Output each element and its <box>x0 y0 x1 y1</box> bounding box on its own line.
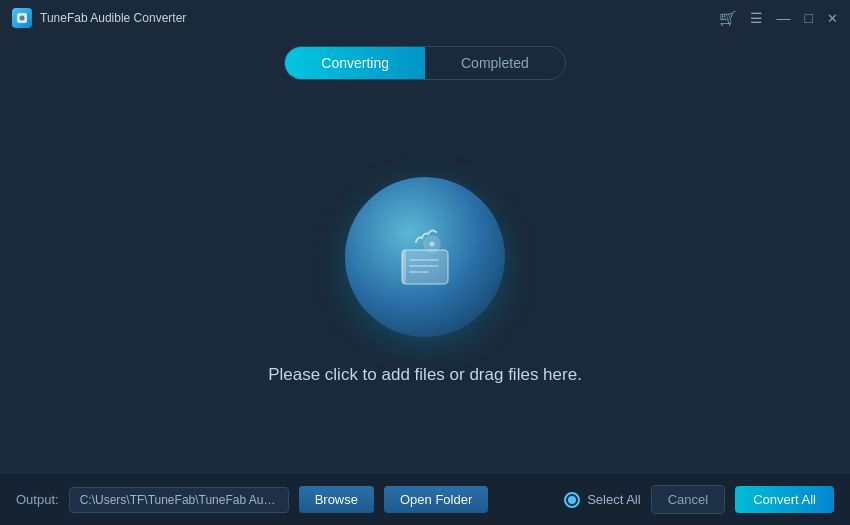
select-all-label: Select All <box>587 492 640 507</box>
title-bar-left: TuneFab Audible Converter <box>12 8 186 28</box>
tab-completed[interactable]: Completed <box>425 47 565 79</box>
close-button[interactable]: ✕ <box>827 12 838 25</box>
add-files-circle[interactable] <box>345 177 505 337</box>
svg-point-1 <box>20 16 25 21</box>
svg-rect-4 <box>402 250 406 284</box>
tab-container: Converting Completed <box>284 46 565 80</box>
app-title: TuneFab Audible Converter <box>40 11 186 25</box>
svg-rect-2 <box>402 250 448 284</box>
output-path: C:\Users\TF\TuneFab\TuneFab Audible Conv <box>69 487 289 513</box>
cart-icon[interactable]: 🛒 <box>719 11 736 25</box>
select-all-area[interactable]: Select All <box>564 492 640 508</box>
convert-all-button[interactable]: Convert All <box>735 486 834 513</box>
audiobook-icon <box>380 212 470 302</box>
drop-text: Please click to add files or drag files … <box>268 365 582 385</box>
window-controls: 🛒 ☰ — □ ✕ <box>719 11 838 25</box>
title-bar: TuneFab Audible Converter 🛒 ☰ — □ ✕ <box>0 0 850 36</box>
menu-icon[interactable]: ☰ <box>750 11 763 25</box>
output-label: Output: <box>16 492 59 507</box>
minimize-button[interactable]: — <box>777 11 791 25</box>
cancel-button[interactable]: Cancel <box>651 485 725 514</box>
radio-inner <box>568 496 576 504</box>
tab-converting[interactable]: Converting <box>285 47 425 79</box>
browse-button[interactable]: Browse <box>299 486 374 513</box>
svg-point-9 <box>430 241 435 246</box>
maximize-button[interactable]: □ <box>805 11 813 25</box>
open-folder-button[interactable]: Open Folder <box>384 486 488 513</box>
tab-area: Converting Completed <box>0 36 850 88</box>
bottom-bar: Output: C:\Users\TF\TuneFab\TuneFab Audi… <box>0 473 850 525</box>
select-all-radio[interactable] <box>564 492 580 508</box>
drop-zone[interactable]: Please click to add files or drag files … <box>0 88 850 473</box>
app-icon <box>12 8 32 28</box>
